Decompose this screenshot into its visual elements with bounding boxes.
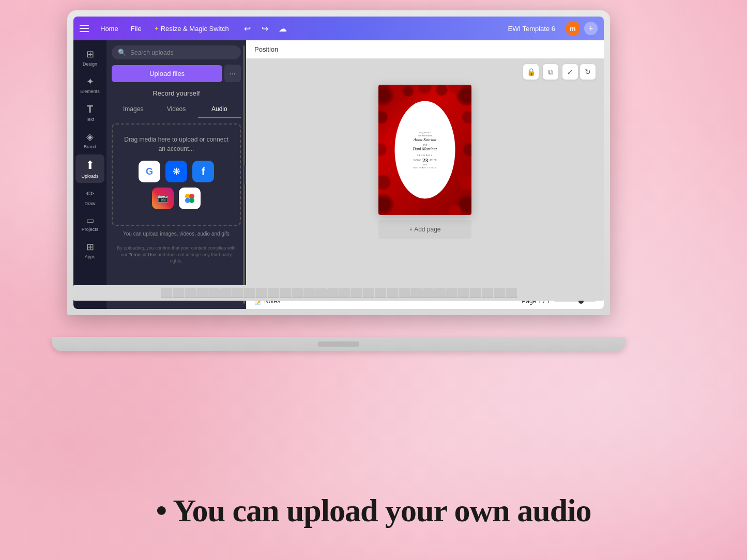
undo-button[interactable]: ↩ [240, 21, 255, 36]
year-text: 2026 [423, 163, 427, 165]
redo-button[interactable]: ↪ [258, 21, 272, 36]
uploads-icon: ⬆ [85, 159, 95, 172]
date-row: SUNDAY 23 AT 7 PM [414, 157, 437, 163]
sidebar-item-draw[interactable]: ✏ Draw [75, 184, 104, 210]
laptop-body: Home File ✦ Resize & Magic Switch ↩ ↪ ☁ … [67, 10, 610, 315]
terms-of-use-link[interactable]: Terms of Use [129, 252, 156, 257]
key [161, 288, 172, 298]
sidebar-item-design[interactable]: ⊞ Design [75, 44, 104, 71]
key [410, 288, 422, 298]
sidebar-item-projects[interactable]: ▭ Projects [75, 211, 104, 236]
elements-icon: ✦ [86, 76, 94, 87]
social-icons-row-2: 📷 [123, 188, 230, 209]
key [470, 288, 481, 298]
resize-magic-btn[interactable]: ✦ Resize & Magic Switch [149, 23, 234, 35]
key [363, 288, 374, 298]
sidebar-item-apps[interactable]: ⊞ Apps [75, 237, 104, 263]
key [303, 288, 315, 298]
drop-zone-text: Drag media here to upload or connect an … [123, 135, 230, 153]
dropbox-icon[interactable]: ❋ [165, 161, 187, 182]
add-collaborator-button[interactable]: + [584, 22, 598, 35]
upload-files-button[interactable]: Upload files [112, 65, 222, 82]
day-of-week: SUNDAY [414, 159, 421, 161]
bottom-text: • You can upload your own audio [0, 492, 747, 529]
expand-icon[interactable]: ⤢ [562, 64, 578, 80]
upload-more-options-button[interactable]: ··· [224, 65, 241, 82]
copy-icon[interactable]: ⧉ [543, 64, 558, 80]
design-icon: ⊞ [86, 49, 94, 60]
laptop: Home File ✦ Resize & Magic Switch ↩ ↪ ☁ … [67, 10, 610, 351]
sidebar-item-elements[interactable]: ✦ Elements [75, 72, 104, 98]
key [220, 288, 232, 298]
cloud-save-button[interactable]: ☁ [276, 21, 290, 36]
together-text: Together [419, 131, 431, 134]
upload-info-text: You can upload images, videos, audio and… [112, 231, 241, 237]
key [458, 288, 469, 298]
add-page-button[interactable]: + Add page [378, 220, 471, 239]
canvas-toolbar: Position [246, 40, 604, 59]
key [208, 288, 220, 298]
refresh-icon[interactable]: ↻ [580, 64, 596, 80]
document-title: EWI Template 6 [508, 25, 555, 33]
key [196, 288, 208, 298]
record-yourself-button[interactable]: Record yourself [112, 85, 241, 101]
key [399, 288, 410, 298]
wedding-card[interactable]: Together with their families Anna Katrin… [378, 85, 471, 215]
user-avatar[interactable]: m [566, 21, 580, 36]
canvas-top-icons: 🔒 ⧉ ⤢ [523, 64, 578, 80]
search-input[interactable] [130, 49, 235, 56]
text-icon: T [87, 103, 93, 115]
main-content: ⊞ Design ✦ Elements T Text ◈ [73, 40, 604, 309]
elements-label: Elements [80, 89, 100, 94]
instagram-icon[interactable]: 📷 [152, 188, 174, 209]
key [232, 288, 243, 298]
tab-images[interactable]: Images [112, 101, 155, 118]
sidebar-item-text[interactable]: T Text [75, 99, 104, 126]
drop-zone[interactable]: Drag media here to upload or connect an … [112, 123, 241, 226]
facebook-icon[interactable]: f [192, 161, 214, 182]
google-photos-icon[interactable] [179, 188, 201, 209]
collapse-panel-handle[interactable]: ‹ [244, 165, 246, 184]
upload-disclaimer: By uploading, you confirm that your cont… [112, 245, 241, 265]
canvas-area: Position 🔒 ⧉ ⤢ ↻ [246, 40, 604, 309]
key [292, 288, 303, 298]
svg-point-3 [185, 198, 190, 203]
laptop-base [52, 337, 626, 351]
magic-star-icon: ✦ [154, 25, 159, 32]
key [494, 288, 505, 298]
social-icons-row-1: G ❋ f [123, 161, 230, 182]
projects-label: Projects [82, 227, 99, 232]
wedding-card-content: Together with their families Anna Katrin… [378, 85, 471, 215]
canvas-main[interactable]: 🔒 ⧉ ⤢ ↻ [246, 59, 604, 292]
search-box[interactable]: 🔍 [112, 45, 241, 59]
google-drive-icon[interactable]: G [139, 161, 160, 182]
home-nav-item[interactable]: Home [95, 23, 124, 35]
search-icon: 🔍 [118, 49, 126, 56]
key [339, 288, 350, 298]
key [244, 288, 255, 298]
venue-text: TWO HEARTS VENUE [413, 166, 437, 168]
design-label: Design [83, 61, 97, 67]
key [351, 288, 362, 298]
header-nav: Home File ✦ Resize & Magic Switch [95, 23, 234, 35]
wedding-card-bg: Together with their families Anna Katrin… [378, 85, 471, 215]
sidebar-item-brand[interactable]: ◈ Brand [75, 127, 104, 153]
tabs-row: Images Videos Audio [112, 101, 241, 118]
uploads-panel: 🔍 Upload files ··· Record yourself [106, 40, 246, 309]
file-nav-item[interactable]: File [126, 23, 147, 35]
draw-label: Draw [84, 201, 95, 206]
key [446, 288, 458, 298]
laptop-screen: Home File ✦ Resize & Magic Switch ↩ ↪ ☁ … [73, 17, 604, 309]
brand-label: Brand [84, 144, 96, 149]
key [482, 288, 493, 298]
uploads-panel-inner: 🔍 Upload files ··· Record yourself [106, 40, 246, 309]
text-label: Text [86, 117, 95, 122]
key [375, 288, 386, 298]
sidebar-item-uploads[interactable]: ⬆ Uploads [75, 154, 104, 183]
header-history-actions: ↩ ↪ ☁ [240, 21, 290, 36]
tab-videos[interactable]: Videos [155, 101, 197, 118]
hamburger-menu[interactable] [80, 23, 91, 34]
lock-icon[interactable]: 🔒 [523, 64, 539, 80]
tab-audio[interactable]: Audio [198, 101, 241, 118]
key [387, 288, 398, 298]
